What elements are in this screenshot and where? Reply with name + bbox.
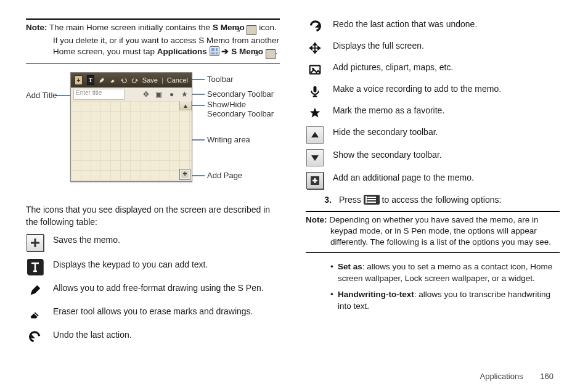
eraser-tool-icon: [27, 306, 43, 322]
note-top: Note: The main Home screen initially con…: [26, 22, 280, 63]
toolbar-cancel-button[interactable]: Cancel: [167, 76, 188, 84]
row-favorite: Mark the memo as a favorite.: [306, 105, 560, 121]
callout-show-hide: Show/Hide Secondary Toolbar: [207, 100, 274, 119]
triangle-down-icon: [306, 149, 324, 166]
toolbar-save-button[interactable]: Save: [142, 76, 158, 84]
row-text: Displays the keypad to you can add text.: [26, 259, 280, 275]
s-memo-icon: S: [247, 25, 256, 35]
pen-icon[interactable]: [99, 76, 105, 84]
insert-picture-icon: [307, 62, 323, 78]
plus-save-icon: [27, 234, 44, 251]
eraser-icon[interactable]: [110, 76, 116, 84]
callout-secondary-toolbar: Secondary Toolbar: [207, 89, 274, 99]
row-fullscreen: Displays the full screen.: [306, 40, 560, 56]
row-picture: Add pictures, clipart, maps, etc.: [306, 62, 560, 78]
microphone-icon: [307, 83, 323, 99]
applications-icon: [210, 46, 219, 56]
hide-toolbar-toggle[interactable]: ▲: [179, 101, 192, 110]
page-footer: Applications 160: [480, 372, 553, 381]
note-label: Note:: [26, 23, 47, 32]
text-mode-icon[interactable]: T: [87, 75, 95, 85]
footer-section: Applications: [480, 372, 523, 381]
step-number: 3.: [319, 195, 332, 205]
triangle-up-icon: [306, 126, 324, 144]
callout-add-page: Add Page: [207, 171, 242, 180]
fullscreen-move-icon: [307, 40, 323, 56]
fullscreen-icon[interactable]: ✥: [141, 89, 150, 99]
smemo-figure: Add Title Toolbar Secondary Toolbar Show…: [26, 72, 280, 195]
callout-writing-area: Writing area: [207, 135, 250, 144]
undo-arrow-icon: [27, 329, 43, 345]
writing-area[interactable]: [71, 101, 192, 181]
intro-paragraph: The icons that you see displayed on the …: [26, 204, 280, 228]
add-page-plus-icon: [306, 172, 324, 189]
s-memo-icon: S: [266, 49, 276, 59]
redo-arrow-icon: [307, 18, 323, 35]
secondary-toolbar: Enter title ✥ ▣ ● ★: [71, 88, 192, 102]
picture-icon[interactable]: ▣: [154, 89, 163, 99]
callout-toolbar: Toolbar: [207, 75, 234, 84]
star-favorite-icon: [307, 105, 323, 121]
right-column: Redo the last action that was undone. Di…: [306, 18, 560, 380]
title-input[interactable]: Enter title: [73, 89, 125, 100]
row-voice: Make a voice recording to add to the mem…: [306, 83, 560, 99]
text-icon: [27, 259, 43, 275]
note-right: Note: Depending on whether you have save…: [306, 211, 560, 253]
mic-icon[interactable]: ●: [167, 89, 176, 99]
primary-toolbar: + T Save |: [71, 73, 192, 88]
note-label: Note:: [306, 215, 327, 224]
undo-icon[interactable]: [121, 76, 128, 84]
options-bullets: Set as: allows you to set a memo as a co…: [330, 261, 560, 313]
save-icon[interactable]: +: [75, 75, 83, 85]
row-save: Saves the memo.: [26, 234, 280, 251]
callout-add-title: Add Title: [26, 91, 57, 100]
bullet-handwriting: Handwriting-to-text: allows you to trans…: [330, 289, 560, 312]
row-eraser: Eraser tool allows you to erase marks an…: [26, 306, 280, 322]
menu-hardkey-icon: [364, 195, 380, 205]
add-page-button[interactable]: +: [179, 169, 190, 180]
row-undo: Undo the last action.: [26, 329, 280, 345]
star-icon[interactable]: ★: [180, 89, 189, 99]
row-redo: Redo the last action that was undone.: [306, 18, 560, 35]
row-add-page: Add an additional page to the memo.: [306, 172, 560, 189]
redo-icon[interactable]: [131, 76, 138, 84]
row-show-toolbar: Show the secondary toolbar.: [306, 149, 560, 166]
left-column: Note: The main Home screen initially con…: [26, 18, 280, 380]
row-hide-toolbar: Hide the secondary toolbar.: [306, 126, 560, 144]
bullet-set-as: Set as: allows you to set a memo as a co…: [330, 261, 560, 285]
svg-rect-8: [314, 86, 317, 92]
footer-page-number: 160: [540, 372, 553, 381]
memo-screen: + T Save |: [70, 72, 192, 182]
pen-draw-icon: [27, 282, 43, 298]
row-pen: Allows you to add free-format drawing us…: [26, 282, 280, 298]
step-3: 3. Press to access the following options…: [319, 195, 560, 205]
